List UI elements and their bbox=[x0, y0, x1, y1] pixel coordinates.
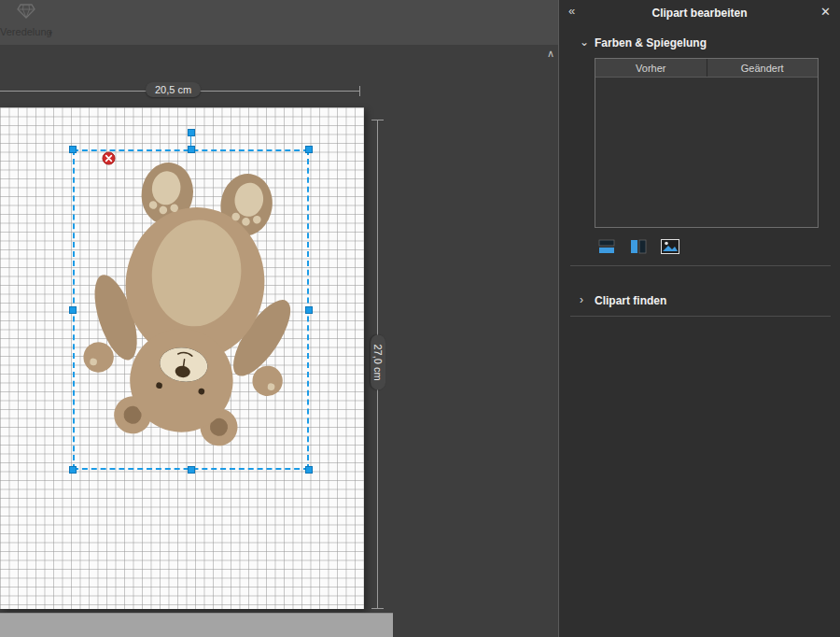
selection-handle-n[interactable] bbox=[188, 146, 195, 153]
section-finden-header[interactable]: › Clipart finden bbox=[559, 293, 840, 310]
clipart-bear-image[interactable] bbox=[80, 158, 302, 466]
selection-handle-nw[interactable] bbox=[69, 146, 77, 153]
image-icon bbox=[661, 239, 679, 254]
selection-handle-e[interactable] bbox=[305, 306, 313, 314]
horizontal-scrollbar[interactable] bbox=[0, 613, 393, 637]
height-measure-label: 27,0 cm bbox=[371, 334, 385, 389]
width-measure-label: 20,5 cm bbox=[146, 82, 201, 97]
document-canvas[interactable] bbox=[0, 107, 364, 609]
section-divider bbox=[570, 265, 831, 266]
section-title: Farben & Spiegelung bbox=[595, 36, 707, 50]
table-header-row: Vorher Geändert bbox=[595, 59, 818, 78]
selection-handle-se[interactable] bbox=[305, 466, 313, 474]
section-farben-header[interactable]: ⌄ Farben & Spiegelung bbox=[559, 35, 840, 52]
section-divider bbox=[570, 316, 831, 317]
selection-handle-ne[interactable] bbox=[305, 146, 313, 153]
selection-handle-s[interactable] bbox=[188, 466, 195, 474]
flip-vertical-icon bbox=[598, 239, 615, 254]
table-header-vorher: Vorher bbox=[595, 59, 707, 77]
veredelung-label: Veredelung bbox=[0, 26, 52, 37]
panel-title: Clipart bearbeiten bbox=[559, 7, 840, 20]
section-title: Clipart finden bbox=[595, 294, 666, 307]
close-panel-button[interactable]: ✕ bbox=[820, 5, 831, 19]
collapse-up-button[interactable]: ∧ bbox=[547, 48, 554, 60]
height-measure-tick-bottom bbox=[371, 608, 384, 609]
clipart-panel: « Clipart bearbeiten ✕ ⌄ Farben & Spiege… bbox=[558, 0, 840, 637]
rotation-handle[interactable] bbox=[188, 129, 195, 136]
caret-down-icon: ▾ bbox=[49, 29, 52, 37]
veredelung-tool[interactable]: Veredelung ▾ bbox=[0, 2, 73, 43]
app-window: Veredelung ▾ Bearbeiten bbox=[0, 0, 840, 637]
selection-box[interactable] bbox=[73, 149, 309, 470]
height-measure-tick-top bbox=[371, 120, 384, 120]
chevron-right-icon: › bbox=[580, 293, 583, 306]
replace-image-button[interactable] bbox=[660, 238, 680, 255]
mirror-buttons-row bbox=[596, 238, 680, 255]
flip-horizontal-icon bbox=[630, 239, 647, 254]
flip-horizontal-button[interactable] bbox=[628, 238, 649, 255]
flip-vertical-button[interactable] bbox=[596, 238, 617, 255]
table-body[interactable] bbox=[595, 78, 818, 227]
chevron-down-icon: ⌄ bbox=[580, 35, 589, 49]
panel-header: « Clipart bearbeiten ✕ bbox=[559, 0, 840, 26]
selection-handle-w[interactable] bbox=[69, 306, 77, 314]
selection-handle-sw[interactable] bbox=[69, 466, 77, 474]
gem-icon bbox=[17, 4, 35, 22]
table-header-geaendert: Geändert bbox=[707, 59, 819, 77]
width-measure-tick bbox=[359, 86, 360, 96]
color-comparison-table: Vorher Geändert bbox=[595, 58, 819, 228]
